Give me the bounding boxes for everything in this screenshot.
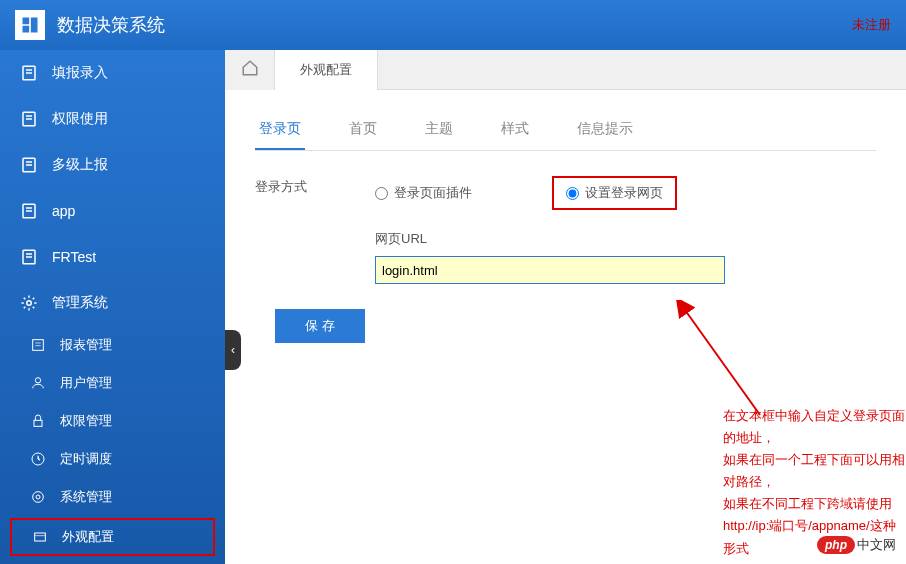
home-tab[interactable] bbox=[225, 50, 275, 90]
tab-info-tip[interactable]: 信息提示 bbox=[573, 110, 637, 150]
radio-plugin-input[interactable] bbox=[375, 187, 388, 200]
header-left: 数据决策系统 bbox=[15, 10, 165, 40]
register-status[interactable]: 未注册 bbox=[852, 16, 891, 34]
document-icon bbox=[20, 248, 38, 266]
watermark: php 中文网 bbox=[817, 536, 896, 554]
content-area: 登录页 首页 主题 样式 信息提示 登录方式 登录页面插件 bbox=[225, 90, 906, 363]
svg-point-22 bbox=[36, 495, 40, 499]
sidebar-item-management[interactable]: 管理系统 bbox=[0, 280, 225, 326]
submenu-item-appearance[interactable]: 外观配置 bbox=[12, 520, 213, 554]
submenu-label: 定时调度 bbox=[60, 450, 112, 468]
sidebar: 填报录入 权限使用 多级上报 app FRTest 管理系统 报表管理 bbox=[0, 50, 225, 564]
svg-point-23 bbox=[33, 492, 44, 503]
radio-webpage-label: 设置登录网页 bbox=[585, 184, 663, 202]
report-icon bbox=[30, 337, 46, 353]
sidebar-label: app bbox=[52, 203, 75, 219]
svg-rect-16 bbox=[33, 340, 44, 351]
sidebar-item-multi-report[interactable]: 多级上报 bbox=[0, 142, 225, 188]
sidebar-item-app[interactable]: app bbox=[0, 188, 225, 234]
chevron-left-icon: ‹ bbox=[231, 343, 235, 357]
appearance-icon bbox=[32, 529, 48, 545]
submenu-label: 报表管理 bbox=[60, 336, 112, 354]
sidebar-label: 权限使用 bbox=[52, 110, 108, 128]
sidebar-label: FRTest bbox=[52, 249, 96, 265]
document-icon bbox=[20, 110, 38, 128]
highlighted-menu-box: 外观配置 bbox=[10, 518, 215, 556]
svg-rect-24 bbox=[35, 533, 46, 541]
watermark-badge: php bbox=[817, 536, 855, 554]
url-section: 网页URL bbox=[375, 230, 876, 284]
gear-icon bbox=[20, 294, 38, 312]
submenu-item-report-mgmt[interactable]: 报表管理 bbox=[0, 326, 225, 364]
radio-plugin-label: 登录页面插件 bbox=[394, 184, 472, 202]
radio-webpage[interactable]: 设置登录网页 bbox=[566, 184, 663, 202]
document-icon bbox=[20, 202, 38, 220]
tabs-bar: 登录页 首页 主题 样式 信息提示 bbox=[255, 110, 876, 151]
submenu: 报表管理 用户管理 权限管理 定时调度 系统管理 外观配置 bbox=[0, 326, 225, 564]
sidebar-label: 多级上报 bbox=[52, 156, 108, 174]
svg-point-15 bbox=[27, 301, 32, 306]
svg-rect-20 bbox=[34, 420, 42, 426]
tab-login-page[interactable]: 登录页 bbox=[255, 110, 305, 150]
radio-plugin[interactable]: 登录页面插件 bbox=[375, 184, 472, 202]
save-button[interactable]: 保 存 bbox=[275, 309, 365, 343]
submenu-item-permission-mgmt[interactable]: 权限管理 bbox=[0, 402, 225, 440]
breadcrumb-bar: 外观配置 bbox=[225, 50, 906, 90]
radio-webpage-input[interactable] bbox=[566, 187, 579, 200]
sidebar-item-frtest[interactable]: FRTest bbox=[0, 234, 225, 280]
url-label: 网页URL bbox=[375, 230, 876, 248]
login-method-row: 登录方式 登录页面插件 设置登录网页 bbox=[255, 176, 876, 210]
radio-group: 登录页面插件 设置登录网页 bbox=[375, 176, 876, 210]
radio-highlighted-box: 设置登录网页 bbox=[552, 176, 677, 210]
sidebar-item-permission[interactable]: 权限使用 bbox=[0, 96, 225, 142]
app-title: 数据决策系统 bbox=[57, 13, 165, 37]
tab-label: 外观配置 bbox=[300, 61, 352, 79]
submenu-label: 外观配置 bbox=[62, 528, 114, 546]
sidebar-collapse-toggle[interactable]: ‹ bbox=[225, 330, 241, 370]
document-icon bbox=[20, 64, 38, 82]
login-method-label: 登录方式 bbox=[255, 176, 375, 210]
sidebar-item-fill-report[interactable]: 填报录入 bbox=[0, 50, 225, 96]
sidebar-label: 管理系统 bbox=[52, 294, 108, 312]
sidebar-label: 填报录入 bbox=[52, 64, 108, 82]
submenu-item-user-mgmt[interactable]: 用户管理 bbox=[0, 364, 225, 402]
submenu-item-register-info[interactable]: 注册信息 bbox=[0, 558, 225, 564]
submenu-label: 用户管理 bbox=[60, 374, 112, 392]
app-logo-icon bbox=[15, 10, 45, 40]
submenu-item-schedule[interactable]: 定时调度 bbox=[0, 440, 225, 478]
app-header: 数据决策系统 未注册 bbox=[0, 0, 906, 50]
clock-icon bbox=[30, 451, 46, 467]
gear-icon bbox=[30, 489, 46, 505]
page-tab-appearance[interactable]: 外观配置 bbox=[275, 50, 378, 90]
main-content: 外观配置 登录页 首页 主题 样式 信息提示 登录方式 登录页面插件 bbox=[225, 50, 906, 564]
lock-icon bbox=[30, 413, 46, 429]
watermark-text: 中文网 bbox=[857, 536, 896, 554]
submenu-item-system-mgmt[interactable]: 系统管理 bbox=[0, 478, 225, 516]
submenu-label: 系统管理 bbox=[60, 488, 112, 506]
document-icon bbox=[20, 156, 38, 174]
user-icon bbox=[30, 375, 46, 391]
url-input[interactable] bbox=[375, 256, 725, 284]
tab-home-page[interactable]: 首页 bbox=[345, 110, 381, 150]
home-icon bbox=[241, 59, 259, 81]
submenu-label: 权限管理 bbox=[60, 412, 112, 430]
tab-theme[interactable]: 主题 bbox=[421, 110, 457, 150]
tab-style[interactable]: 样式 bbox=[497, 110, 533, 150]
svg-point-19 bbox=[35, 378, 40, 383]
